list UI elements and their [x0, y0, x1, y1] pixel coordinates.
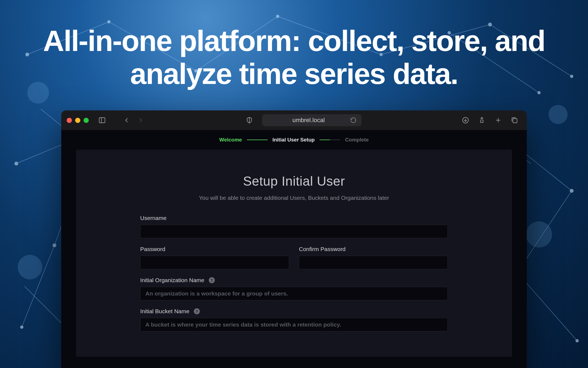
svg-point-25 — [53, 243, 56, 247]
setup-card: Setup Initial User You will be able to c… — [76, 150, 512, 357]
confirm-password-label: Confirm Password — [299, 246, 448, 252]
info-icon[interactable]: ? — [194, 308, 200, 314]
svg-point-37 — [18, 255, 42, 279]
tabs-icon[interactable] — [510, 116, 519, 125]
password-input[interactable] — [140, 256, 289, 269]
browser-toolbar: umbrel.local — [61, 110, 527, 130]
downloads-icon[interactable] — [461, 116, 470, 125]
step-complete[interactable]: Complete — [345, 137, 369, 143]
minimize-window-button[interactable] — [75, 118, 80, 123]
confirm-password-input[interactable] — [299, 256, 448, 269]
step-initial-user[interactable]: Initial User Setup — [272, 137, 315, 143]
step-welcome[interactable]: Welcome — [219, 137, 242, 143]
bucket-name-label: Initial Bucket Name ? — [140, 308, 448, 315]
back-icon[interactable] — [122, 116, 131, 125]
card-title: Setup Initial User — [92, 174, 496, 189]
svg-point-30 — [575, 339, 579, 342]
org-name-label-text: Initial Organization Name — [140, 277, 204, 283]
page-content: Welcome Initial User Setup Complete Setu… — [61, 130, 527, 368]
reload-icon[interactable] — [350, 117, 357, 123]
svg-point-35 — [526, 221, 552, 248]
url-text: umbrel.local — [267, 117, 350, 124]
org-name-input[interactable] — [140, 287, 448, 300]
svg-point-28 — [570, 189, 574, 193]
share-icon[interactable] — [477, 116, 486, 125]
browser-window: umbrel.local Welcome Initial User — [61, 110, 527, 368]
svg-rect-45 — [513, 119, 517, 123]
username-label: Username — [140, 215, 448, 221]
org-name-label: Initial Organization Name ? — [140, 277, 448, 283]
info-icon[interactable]: ? — [209, 277, 215, 283]
svg-point-23 — [14, 162, 18, 165]
svg-point-36 — [549, 105, 568, 124]
close-window-button[interactable] — [67, 118, 72, 123]
card-subtitle: You will be able to create additional Us… — [92, 195, 496, 201]
step-line — [247, 140, 268, 140]
sidebar-toggle-icon[interactable] — [97, 116, 107, 125]
new-tab-icon[interactable] — [494, 116, 503, 125]
address-bar[interactable]: umbrel.local — [262, 114, 362, 126]
shield-icon[interactable] — [245, 116, 254, 125]
svg-point-32 — [537, 91, 541, 94]
svg-point-26 — [20, 325, 23, 329]
password-label: Password — [140, 246, 289, 252]
svg-rect-38 — [99, 118, 105, 123]
step-line — [320, 140, 340, 140]
bucket-name-input[interactable] — [140, 318, 448, 331]
forward-icon[interactable] — [136, 116, 145, 125]
setup-stepper: Welcome Initial User Setup Complete — [61, 130, 527, 150]
maximize-window-button[interactable] — [84, 118, 89, 123]
marketing-headline: All-in-one platform: collect, store, and… — [0, 0, 588, 91]
bucket-name-label-text: Initial Bucket Name — [140, 308, 189, 315]
initial-user-form: Username Password Confirm Password I — [140, 215, 448, 331]
window-controls — [67, 118, 89, 123]
username-input[interactable] — [140, 225, 448, 238]
